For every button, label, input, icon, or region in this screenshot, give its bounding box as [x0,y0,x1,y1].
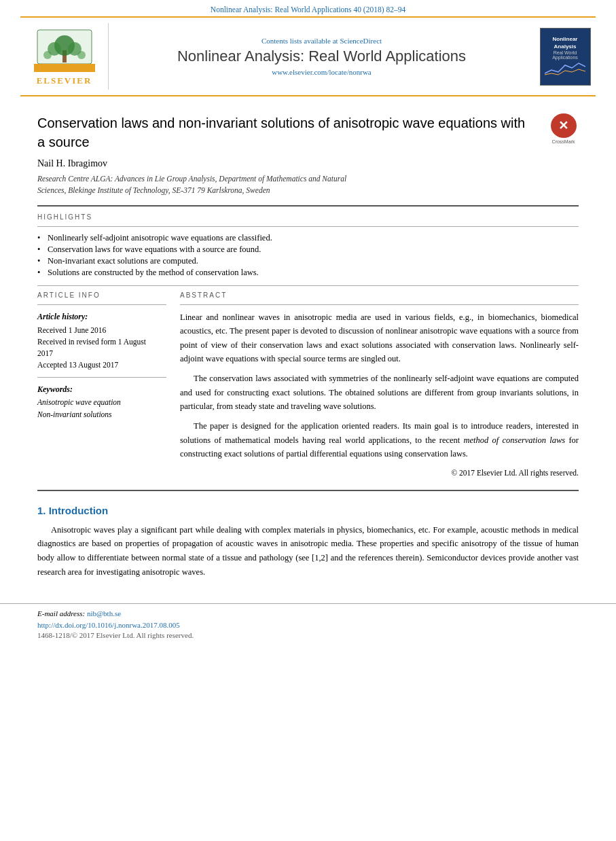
article-title: Conservation laws and non-invariant solu… [37,113,548,151]
cover-box-subtitle: Real WorldApplications [552,50,578,60]
citation-text: Nonlinear Analysis: Real World Applicati… [211,5,405,14]
divider-after-affiliation [37,205,579,207]
affiliation-line2: Sciences, Blekinge Institute of Technolo… [37,186,270,194]
intro-body: Anisotropic waves play a significant par… [37,523,579,579]
page-container: Nonlinear Analysis: Real World Applicati… [0,0,616,841]
sciencedirect-link[interactable]: ScienceDirect [340,37,382,45]
abstract-label: ABSTRACT [180,291,579,299]
intro-para1: Anisotropic waves play a significant par… [37,523,579,579]
divider-highlights-bottom [37,285,579,286]
email-line: E-mail address: nib@bth.se [37,609,579,618]
doi-line[interactable]: http://dx.doi.org/10.1016/j.nonrwa.2017.… [37,621,579,629]
introduction-section: 1. Introduction Anisotropic waves play a… [37,505,579,579]
article-content: Conservation laws and non-invariant solu… [0,96,616,593]
footer-area: E-mail address: nib@bth.se http://dx.doi… [0,603,616,643]
journal-cover: NonlinearAnalysis Real WorldApplications [535,23,596,90]
abstract-italic: method of conservation laws [464,435,566,445]
highlight-item-1: Nonlinearly self-adjoint anisotropic wav… [37,232,579,244]
divider-article-info [37,304,166,305]
email-label: E-mail address: [37,609,85,618]
keyword-2: Non-invariant solutions [37,408,166,420]
email-address[interactable]: nib@bth.se [87,609,121,618]
divider-abstract [180,304,579,305]
article-info-label: ARTICLE INFO [37,291,166,299]
elsevier-logo: ELSEVIER [20,23,109,90]
history-label: Article history: [37,310,166,323]
copyright-line: © 2017 Elsevier Ltd. All rights reserved… [180,467,579,480]
highlights-label: HIGHLIGHTS [37,213,579,221]
journal-url[interactable]: www.elsevier.com/locate/nonrwa [272,68,372,76]
svg-rect-7 [34,64,95,72]
elsevier-logo-svg [31,26,98,74]
svg-point-5 [43,51,52,59]
crossmark-badge[interactable]: ✕ CrossMark [548,113,579,144]
abstract-col: ABSTRACT Linear and nonlinear waves in a… [180,291,579,480]
crossmark-icon: ✕ [558,118,568,133]
affiliation-line1: Research Centre ALGA: Advances in Lie Gr… [37,175,346,183]
article-history: Article history: Received 1 June 2016 Re… [37,310,166,372]
keywords-section: Keywords: Anisotropic wave equation Non-… [37,384,166,421]
keyword-1: Anisotropic wave equation [37,396,166,408]
highlight-item-4: Solutions are constructed by the method … [37,267,579,279]
journal-citation: Nonlinear Analysis: Real World Applicati… [0,0,616,16]
revised-date: Received in revised form 1 August [37,336,166,348]
highlight-item-2: Conservation laws for wave equations wit… [37,244,579,255]
intro-text: Anisotropic waves play a significant par… [37,525,579,577]
divider-highlights-top [37,226,579,227]
abstract-para2: The conservation laws associated with sy… [180,372,579,414]
divider-after-abstract [37,490,579,491]
svg-point-6 [77,51,86,59]
abstract-para1: Linear and nonlinear waves in anisotropi… [180,310,579,367]
highlights-list: Nonlinearly self-adjoint anisotropic wav… [37,232,579,279]
revised-date2: 2017 [37,348,166,359]
license-line: 1468-1218/© 2017 Elsevier Ltd. All right… [37,631,579,639]
two-col-section: ARTICLE INFO Article history: Received 1… [37,291,579,480]
contents-text: Contents lists available at [261,37,338,45]
cover-decoration [545,60,585,77]
highlight-item-3: Non-invariant exact solutions are comput… [37,255,579,267]
keywords-label: Keywords: [37,384,166,395]
contents-line: Contents lists available at ScienceDirec… [261,37,382,45]
affiliation: Research Centre ALGA: Advances in Lie Gr… [37,173,579,197]
elsevier-wordmark: ELSEVIER [37,75,92,86]
journal-main-title: Nonlinear Analysis: Real World Applicati… [177,48,466,65]
intro-title: 1. Introduction [37,505,579,516]
accepted-date: Accepted 13 August 2017 [37,359,166,371]
abstract-text: Linear and nonlinear waves in anisotropi… [180,310,579,480]
abstract-para3: The paper is designed for the applicatio… [180,419,579,461]
cover-box-title: NonlinearAnalysis [553,36,578,50]
journal-header: ELSEVIER Contents lists available at Sci… [20,16,596,96]
journal-title-area: Contents lists available at ScienceDirec… [109,23,535,90]
divider-keywords [37,377,166,378]
cover-box: NonlinearAnalysis Real WorldApplications [540,28,591,86]
crossmark-label: CrossMark [552,139,575,144]
article-info-col: ARTICLE INFO Article history: Received 1… [37,291,166,480]
received-date: Received 1 June 2016 [37,325,166,336]
article-title-section: Conservation laws and non-invariant solu… [37,107,579,151]
crossmark-circle: ✕ [551,113,577,138]
author-name: Nail H. Ibragimov [37,158,579,169]
